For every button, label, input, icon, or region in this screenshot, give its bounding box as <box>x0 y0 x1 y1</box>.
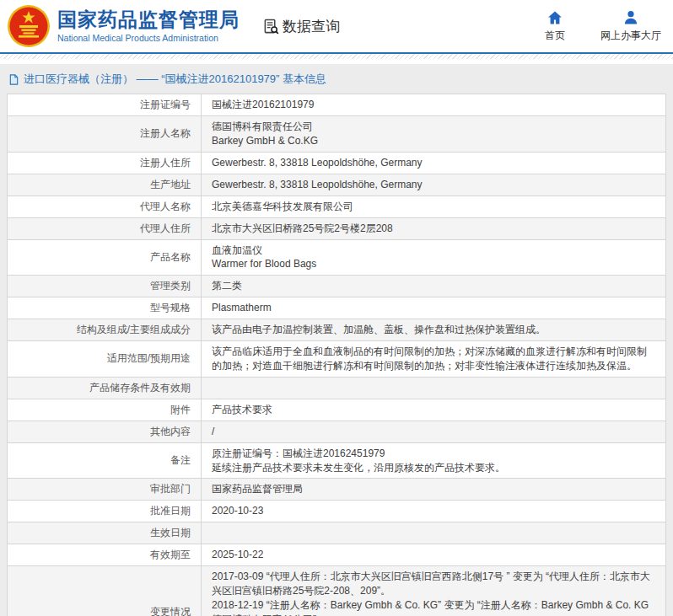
table-row: 结构及组成/主要组成成分该产品由电子加温控制装置、加温舱、盖板、操作盘和过热保护… <box>8 319 666 341</box>
agency-title: 国家药品监督管理局 <box>57 9 240 30</box>
row-value: 血液加温仪Warmer for Blood Bags <box>202 239 666 276</box>
agency-title-block: 国家药品监督管理局 National Medical Products Admi… <box>57 9 240 42</box>
user-icon <box>622 9 639 26</box>
national-emblem-logo <box>7 4 51 48</box>
value-line: 延续注册产品技术要求未发生变化，沿用原核发的产品技术要求。 <box>212 461 655 475</box>
value-line: 2018-12-19 “注册人名称：Barkey Gmbh & Co. KG” … <box>212 598 655 616</box>
table-row: 型号规格Plasmatherm <box>8 297 666 319</box>
row-label: 其他内容 <box>8 420 202 442</box>
row-label: 代理人名称 <box>8 196 202 217</box>
row-label: 注册证编号 <box>8 94 202 116</box>
table-row: 有效期至2025-10-22 <box>8 544 666 566</box>
row-label: 审批部门 <box>8 479 202 501</box>
table-row: 其他内容/ <box>8 420 666 442</box>
row-label: 管理类别 <box>8 276 202 297</box>
value-line: / <box>212 425 655 439</box>
row-value: 产品技术要求 <box>202 399 666 420</box>
value-line <box>212 527 655 539</box>
table-row: 审批部门国家药品监督管理局 <box>8 479 666 501</box>
row-label: 产品储存条件及有效期 <box>8 377 202 399</box>
value-line: Plasmatherm <box>212 301 655 315</box>
row-value: Plasmatherm <box>202 297 666 319</box>
value-line: 2017-03-09 “代理人住所：北京市大兴区旧宫镇旧宫西路北侧17号 ” 变… <box>212 570 655 598</box>
row-value: 2020-10-23 <box>202 501 666 522</box>
row-value: 第二类 <box>202 276 666 297</box>
table-row: 适用范围/预期用途该产品临床适用于全血和血液制品的有时间限制的加热；对深冻储藏的… <box>8 341 666 378</box>
document-icon <box>8 74 19 85</box>
value-line: 产品技术要求 <box>212 403 655 417</box>
home-icon <box>546 9 563 26</box>
row-value: 原注册证编号：国械注进20162451979延续注册产品技术要求未发生变化，沿用… <box>202 442 666 479</box>
row-value <box>202 522 666 544</box>
value-line: 国械注进20162101979 <box>212 98 655 112</box>
data-query-section: 数据查询 <box>263 17 340 36</box>
nav-home[interactable]: 首页 <box>538 9 572 43</box>
row-value: Gewerbestr. 8, 33818 Leopoldshöhe, Germa… <box>202 152 666 174</box>
value-line: 北京市大兴区旧桥路25号院2号楼2层208 <box>212 222 655 236</box>
value-line: 国家药品监督管理局 <box>212 482 655 496</box>
value-line: 该产品临床适用于全血和血液制品的有时间限制的加热；对深冻储藏的血浆进行解冻和有时… <box>212 345 655 373</box>
table-row: 附件产品技术要求 <box>8 399 666 420</box>
row-label: 批准日期 <box>8 501 202 522</box>
value-line: 第二类 <box>212 279 655 293</box>
value-line: Gewerbestr. 8, 33818 Leopoldshöhe, Germa… <box>212 156 655 170</box>
value-line: 德国博科有限责任公司 <box>212 120 655 134</box>
row-label: 代理人住所 <box>8 217 202 239</box>
table-row: 注册证编号国械注进20162101979 <box>8 94 666 116</box>
breadcrumb: 进口医疗器械（注册） —— “国械注进20162101979” 基本信息 <box>0 64 673 94</box>
table-row: 备注原注册证编号：国械注进20162451979延续注册产品技术要求未发生变化，… <box>8 442 666 479</box>
row-value: / <box>202 420 666 442</box>
row-value: Gewerbestr. 8, 33818 Leopoldshöhe, Germa… <box>202 174 666 196</box>
row-label: 注册人住所 <box>8 152 202 174</box>
value-line: 北京美德嘉华科技发展有限公司 <box>212 200 655 214</box>
table-row: 代理人名称北京美德嘉华科技发展有限公司 <box>8 196 666 217</box>
table-row: 代理人住所北京市大兴区旧桥路25号院2号楼2层208 <box>8 217 666 239</box>
row-value: 2017-03-09 “代理人住所：北京市大兴区旧宫镇旧宫西路北侧17号 ” 变… <box>202 566 666 616</box>
table-row: 批准日期2020-10-23 <box>8 501 666 522</box>
row-label: 产品名称 <box>8 239 202 276</box>
nav-online-service-hall-label: 网上办事大厅 <box>600 29 661 43</box>
nav-home-label: 首页 <box>545 29 565 43</box>
data-query-label: 数据查询 <box>283 17 340 36</box>
row-value: 国械注进20162101979 <box>202 94 666 116</box>
value-line: 原注册证编号：国械注进20162451979 <box>212 447 655 461</box>
page-header: 国家药品监督管理局 National Medical Products Admi… <box>0 0 673 54</box>
row-value <box>202 377 666 399</box>
row-label: 生产地址 <box>8 174 202 196</box>
row-value: 北京市大兴区旧桥路25号院2号楼2层208 <box>202 217 666 239</box>
agency-subtitle: National Medical Products Administration <box>57 33 240 43</box>
value-line: Barkey GmbH & Co.KG <box>212 134 655 148</box>
table-row: 产品储存条件及有效期 <box>8 377 666 399</box>
row-label: 结构及组成/主要组成成分 <box>8 319 202 341</box>
row-value: 德国博科有限责任公司Barkey GmbH & Co.KG <box>202 116 666 153</box>
row-label: 注册人名称 <box>8 116 202 153</box>
row-label: 有效期至 <box>8 544 202 566</box>
table-row: 生产地址Gewerbestr. 8, 33818 Leopoldshöhe, G… <box>8 174 666 196</box>
value-line: 2020-10-23 <box>212 504 655 518</box>
info-table-body: 注册证编号国械注进20162101979注册人名称德国博科有限责任公司Barke… <box>8 94 666 616</box>
row-value: 该产品临床适用于全血和血液制品的有时间限制的加热；对深冻储藏的血浆进行解冻和有时… <box>202 341 666 378</box>
value-line <box>212 382 655 394</box>
row-label: 型号规格 <box>8 297 202 319</box>
content-area: 进口医疗器械（注册） —— “国械注进20162101979” 基本信息 注册证… <box>0 64 673 616</box>
row-value: 2025-10-22 <box>202 544 666 566</box>
row-label: 生效日期 <box>8 522 202 544</box>
row-label: 备注 <box>8 442 202 479</box>
top-nav: 首页 网上办事大厅 <box>538 9 661 43</box>
value-line: Warmer for Blood Bags <box>212 257 655 271</box>
row-value: 该产品由电子加温控制装置、加温舱、盖板、操作盘和过热保护装置组成。 <box>202 319 666 341</box>
nav-online-service-hall[interactable]: 网上办事大厅 <box>600 9 661 43</box>
table-row: 生效日期 <box>8 522 666 544</box>
value-line: 该产品由电子加温控制装置、加温舱、盖板、操作盘和过热保护装置组成。 <box>212 323 655 337</box>
value-line: 血液加温仪 <box>212 244 655 258</box>
row-label: 附件 <box>8 399 202 420</box>
table-row: 注册人名称德国博科有限责任公司Barkey GmbH & Co.KG <box>8 116 666 153</box>
table-row: 注册人住所Gewerbestr. 8, 33818 Leopoldshöhe, … <box>8 152 666 174</box>
value-line: Gewerbestr. 8, 33818 Leopoldshöhe, Germa… <box>212 178 655 192</box>
data-query-icon <box>263 19 279 35</box>
breadcrumb-text: 进口医疗器械（注册） —— “国械注进20162101979” 基本信息 <box>24 72 326 87</box>
table-row: 管理类别第二类 <box>8 276 666 297</box>
value-line: 2025-10-22 <box>212 548 655 562</box>
row-value: 国家药品监督管理局 <box>202 479 666 501</box>
row-value: 北京美德嘉华科技发展有限公司 <box>202 196 666 217</box>
